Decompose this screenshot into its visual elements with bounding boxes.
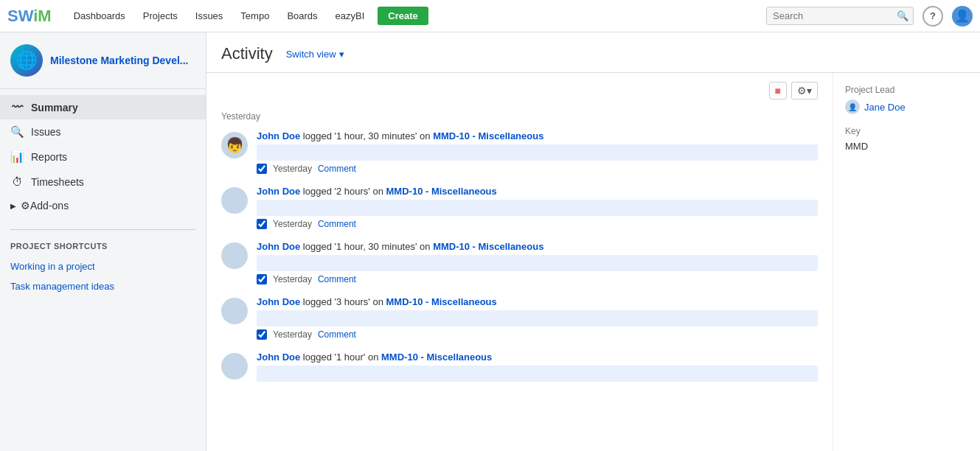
sidebar-item-issues[interactable]: 🔍 Issues — [0, 119, 206, 144]
rss-button[interactable]: ■ — [769, 82, 787, 99]
shortcut-task[interactable]: Task management ideas — [0, 276, 206, 296]
lead-label: Project Lead — [845, 85, 968, 95]
activity-bar — [257, 144, 818, 161]
user-link[interactable]: John Doe — [257, 296, 300, 307]
gear-icon: ⚙ — [797, 85, 807, 97]
meta-date: Yesterday — [273, 329, 312, 340]
issue-link[interactable]: MMD-10 - Miscellaneous — [433, 130, 543, 141]
settings-dropdown-arrow: ▾ — [807, 85, 812, 97]
action-detail: logged '1 hour' on — [303, 352, 379, 363]
activity-body: John Doe logged '2 hours' on MMD-10 - Mi… — [257, 186, 818, 229]
reports-icon: 📊 — [10, 150, 24, 164]
activity-text: John Doe logged '1 hour, 30 minutes' on … — [257, 130, 818, 141]
activity-body: John Doe logged '1 hour' on MMD-10 - Mis… — [257, 352, 818, 385]
content-area: ■ ⚙ ▾ Yesterday 👦 John Doe — [206, 73, 980, 451]
activity-checkbox[interactable] — [257, 164, 267, 174]
rss-icon: ■ — [775, 85, 781, 97]
activity-meta: Yesterday Comment — [257, 329, 818, 340]
activity-checkbox[interactable] — [257, 329, 267, 340]
switch-view-button[interactable]: Switch view ▾ — [282, 46, 349, 63]
avatar: 👦 — [221, 132, 248, 158]
shortcut-working[interactable]: Working in a project — [0, 256, 206, 276]
issue-link[interactable]: MMD-10 - Miscellaneous — [381, 352, 492, 363]
activity-item: John Doe logged '3 hours' on MMD-10 - Mi… — [221, 296, 818, 340]
user-link[interactable]: John Doe — [257, 352, 300, 363]
user-avatar[interactable]: 👤 — [952, 6, 973, 27]
key-value: MMD — [845, 141, 968, 152]
nav-projects[interactable]: Projects — [136, 7, 185, 24]
action-detail: logged '1 hour, 30 minutes' on — [303, 130, 431, 141]
sidebar-divider — [10, 229, 195, 230]
meta-date: Yesterday — [273, 164, 312, 174]
shortcuts-title: PROJECT SHORTCUTS — [0, 236, 206, 256]
action-detail: logged '2 hours' on — [303, 186, 383, 197]
comment-link[interactable]: Comment — [318, 329, 356, 340]
activity-text: John Doe logged '3 hours' on MMD-10 - Mi… — [257, 296, 818, 307]
activity-text: John Doe logged '1 hour' on MMD-10 - Mis… — [257, 352, 818, 363]
project-header: 🌐 Milestone Marketing Devel... — [0, 32, 206, 89]
project-name[interactable]: Milestone Marketing Devel... — [50, 55, 189, 66]
activity-bar — [257, 255, 818, 271]
meta-date: Yesterday — [273, 274, 312, 284]
comment-link[interactable]: Comment — [318, 219, 356, 229]
activity-body: John Doe logged '3 hours' on MMD-10 - Mi… — [257, 296, 818, 340]
nav-tempo[interactable]: Tempo — [233, 7, 277, 24]
page-header: Activity Switch view ▾ — [206, 32, 980, 73]
lead-link[interactable]: Jane Doe — [864, 102, 906, 113]
issue-link[interactable]: MMD-10 - Miscellaneous — [386, 186, 497, 197]
user-link[interactable]: John Doe — [257, 186, 300, 197]
nav-issues[interactable]: Issues — [188, 7, 231, 24]
activity-meta: Yesterday Comment — [257, 219, 818, 229]
activity-meta: Yesterday Comment — [257, 274, 818, 284]
create-button[interactable]: Create — [378, 7, 428, 25]
nav-dashboards[interactable]: Dashboards — [66, 7, 133, 24]
sidebar-nav: 〰 Summary 🔍 Issues 📊 Reports ⏱ Timesheet… — [0, 89, 206, 223]
activity-item: John Doe logged '1 hour, 30 minutes' on … — [221, 241, 818, 284]
app-body: 🌐 Milestone Marketing Devel... 〰 Summary… — [0, 32, 980, 451]
user-link[interactable]: John Doe — [257, 130, 300, 141]
key-label: Key — [845, 126, 968, 136]
feed-toolbar: ■ ⚙ ▾ — [221, 82, 818, 99]
sidebar-item-label-reports: Reports — [31, 151, 67, 163]
issue-link[interactable]: MMD-10 - Miscellaneous — [433, 241, 543, 252]
activity-checkbox[interactable] — [257, 219, 267, 229]
project-icon: 🌐 — [10, 44, 43, 77]
nav-eazybi[interactable]: eazyBI — [328, 7, 372, 24]
search-input[interactable] — [773, 10, 897, 21]
help-icon[interactable]: ? — [922, 6, 943, 27]
action-detail: logged '1 hour, 30 minutes' on — [303, 241, 431, 252]
avatar — [221, 242, 248, 269]
comment-link[interactable]: Comment — [318, 164, 356, 174]
sidebar: 🌐 Milestone Marketing Devel... 〰 Summary… — [0, 32, 206, 451]
sidebar-item-addons[interactable]: ▶ ⚙ Add-ons — [0, 194, 206, 217]
lead-value: 👤 Jane Doe — [845, 99, 968, 114]
lead-avatar: 👤 — [845, 99, 860, 114]
activity-bar — [257, 310, 818, 326]
sidebar-item-summary[interactable]: 〰 Summary — [0, 95, 206, 119]
right-panel: Project Lead 👤 Jane Doe Key MMD — [833, 73, 980, 451]
summary-icon: 〰 — [10, 101, 24, 113]
user-link[interactable]: John Doe — [257, 241, 300, 252]
search-box: 🔍 — [766, 7, 914, 25]
activity-bar — [257, 366, 818, 382]
activity-bar — [257, 200, 818, 216]
sidebar-item-reports[interactable]: 📊 Reports — [0, 144, 206, 169]
comment-link[interactable]: Comment — [318, 274, 356, 284]
sidebar-item-label-addons: Add-ons — [30, 200, 69, 211]
activity-meta: Yesterday Comment — [257, 164, 818, 174]
nav-boards[interactable]: Boards — [279, 7, 324, 24]
sidebar-item-label-timesheets: Timesheets — [31, 176, 84, 188]
timesheets-icon: ⏱ — [10, 175, 24, 188]
activity-body: John Doe logged '1 hour, 30 minutes' on … — [257, 241, 818, 284]
sidebar-item-timesheets[interactable]: ⏱ Timesheets — [0, 169, 206, 194]
issue-link[interactable]: MMD-10 - Miscellaneous — [386, 296, 497, 307]
addons-icon: ⚙ — [21, 200, 30, 211]
avatar — [221, 187, 248, 214]
logo[interactable]: SWiM — [7, 7, 52, 26]
top-nav: SWiM Dashboards Projects Issues Tempo Bo… — [0, 0, 980, 32]
settings-button[interactable]: ⚙ ▾ — [791, 82, 818, 99]
issues-icon: 🔍 — [10, 125, 24, 139]
meta-date: Yesterday — [273, 219, 312, 229]
chevron-down-icon: ▾ — [339, 49, 344, 60]
activity-checkbox[interactable] — [257, 274, 267, 284]
